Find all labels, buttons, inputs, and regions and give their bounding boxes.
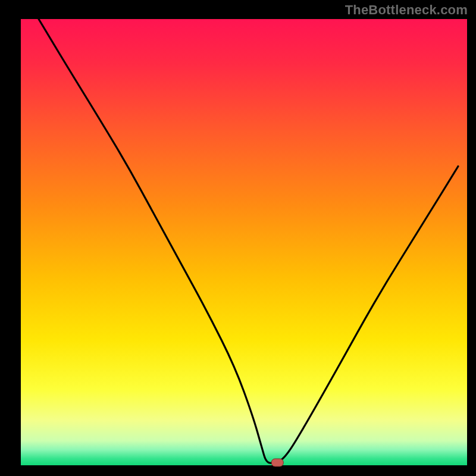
plot-area <box>21 19 467 465</box>
optimal-marker <box>271 459 283 466</box>
bottleneck-chart <box>0 0 476 476</box>
chart-frame: TheBottleneck.com <box>0 0 476 476</box>
